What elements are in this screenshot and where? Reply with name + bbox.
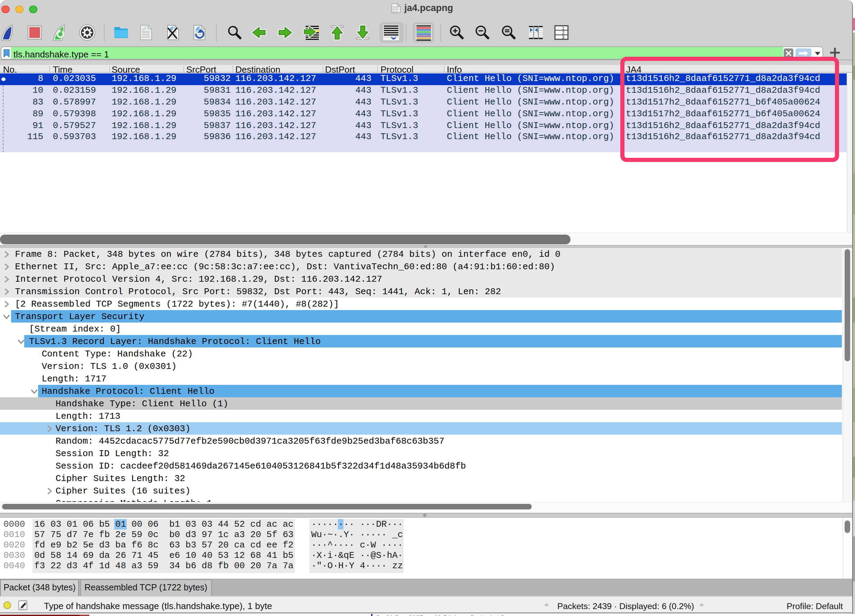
svg-text:0111: 0111: [392, 10, 398, 13]
svg-text:01110: 01110: [142, 36, 149, 38]
svg-text:1: 1: [562, 26, 565, 31]
svg-text:3: 3: [562, 35, 565, 40]
svg-text:2: 2: [562, 31, 565, 35]
